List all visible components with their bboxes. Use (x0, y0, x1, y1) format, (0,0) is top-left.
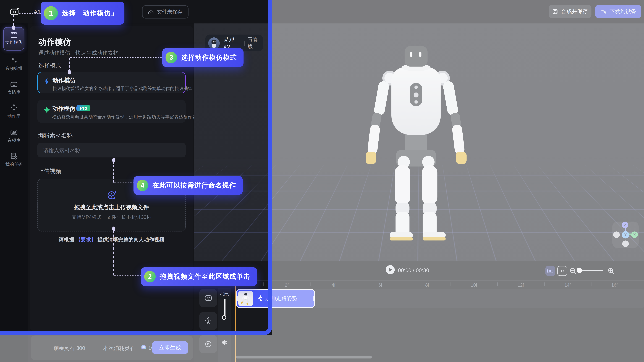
upload-section-label: 上传视频 (38, 168, 61, 175)
tutorial-step-3: 3 选择动作模仿模式 (162, 48, 244, 67)
mode-desc: 模仿复杂高精度高动态全身动作复现，适用于舞蹈功夫等丰富表达创作表演 (52, 114, 201, 120)
volume-slider[interactable] (224, 299, 226, 317)
step-number: 3 (166, 52, 177, 63)
action-track-icon[interactable] (199, 312, 217, 330)
sidebar-item-motion-imitation[interactable]: 动作模仿 (3, 27, 24, 51)
sidebar-item-expression-library[interactable]: 表情库 (0, 80, 28, 95)
sidebar-item-my-tasks[interactable]: 我的任务 (0, 152, 28, 167)
clapperboard-icon (4, 31, 24, 38)
upload-requirement-note: 请根据 【要求】 提供清晰完整的真人动作视频 (30, 236, 193, 243)
connector-line (114, 230, 114, 275)
tutorial-step-4: 4 在此可以按需进行命名操作 (134, 176, 243, 195)
tutorial-step-2: 2 拖拽视频文件至此区域或单击 (141, 267, 257, 286)
connector-line (70, 57, 162, 58)
step-number: 2 (144, 271, 156, 282)
connector-dot (68, 70, 71, 74)
robot-face-icon (0, 80, 28, 88)
pro-badge: Pro (76, 105, 90, 111)
upload-hint: 支持MP4格式，文件时长不超过30秒 (38, 214, 185, 221)
mode-card-standard[interactable]: 动作模仿 快速模仿普通难度的全身动作，适用于小品戏剧等简单动作的快速演绎 (38, 72, 186, 93)
sparkles-icon (0, 56, 28, 65)
mode-desc: 快速模仿普通难度的全身动作，适用于小品戏剧等简单动作的快速演绎 (52, 86, 192, 92)
app-root: A1机 文件未保存 合成并保存 (0, 0, 644, 362)
sparkle-icon (44, 106, 50, 113)
walking-icon (257, 295, 263, 302)
robot-name: 灵犀X2 (223, 36, 241, 50)
mode-card-pro[interactable]: 动作模仿 Pro 模仿复杂高精度高动态全身动作复现，适用于舞蹈功夫等丰富表达创作… (38, 100, 186, 123)
robot-edition-badge: 青春版 (248, 36, 263, 50)
mode-name: 动作模仿 (52, 105, 75, 113)
clip-thumbnail (238, 291, 253, 306)
robot-avatar (208, 37, 220, 49)
volume-slider-knob[interactable] (222, 315, 226, 320)
music-icon (0, 128, 28, 137)
cloud-unsaved-icon (148, 9, 154, 15)
step-number: 4 (137, 180, 148, 191)
dim-overlay-bottom (0, 335, 272, 362)
connector-line (114, 161, 114, 183)
connector-line (114, 275, 141, 276)
material-name-input[interactable] (38, 143, 186, 158)
film-reel-icon (107, 190, 117, 201)
sidebar-item-label: 动作模仿 (4, 40, 24, 45)
app-logo-robot-icon (10, 7, 20, 17)
panel-subtitle: 通过动作模仿，快速生成动作素材 (38, 49, 118, 57)
sidebar-item-audio-arrange[interactable]: 音频编排 (0, 56, 28, 72)
volume-value: 40% (218, 291, 231, 296)
sidebar-nav: 动作模仿 音频编排 表情库 (0, 23, 28, 362)
connector-dot (12, 26, 15, 30)
file-status-label: 文件未保存 (157, 9, 182, 15)
step-number: 1 (44, 6, 58, 20)
upload-title: 拖拽至此或点击上传视频文件 (38, 204, 185, 211)
connector-line (114, 183, 134, 183)
lightning-icon (44, 78, 50, 85)
requirement-link[interactable]: 【要求】 (76, 237, 96, 243)
connector-line (13, 15, 14, 26)
tasks-icon (0, 152, 28, 160)
connector-line (69, 58, 70, 71)
expression-track-icon[interactable] (199, 289, 217, 307)
file-status-chip[interactable]: 文件未保存 (142, 6, 188, 19)
clip-trim-handle-left[interactable] (236, 296, 238, 301)
panel-title: 动作模仿 (38, 37, 71, 48)
material-name-label: 编辑素材名称 (38, 132, 73, 139)
connector-line (19, 13, 41, 14)
sidebar-item-action-library[interactable]: 动作库 (0, 104, 28, 119)
sidebar-item-audio-library[interactable]: 音频库 (0, 128, 28, 144)
person-icon (0, 104, 28, 112)
mode-name: 动作模仿 (52, 77, 76, 84)
tutorial-step-1: 1 选择「动作模仿」 (41, 2, 124, 25)
dim-overlay-right (272, 0, 644, 362)
mode-section-label: 选择模式 (38, 62, 61, 69)
